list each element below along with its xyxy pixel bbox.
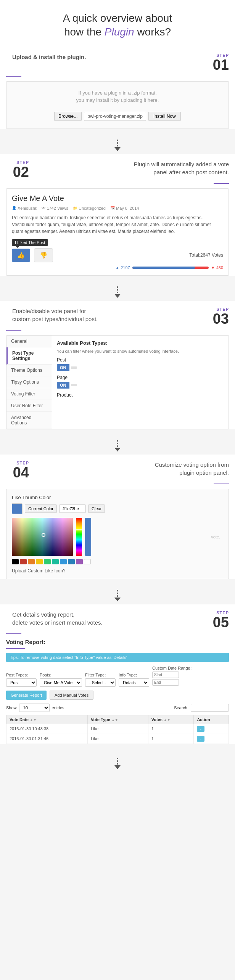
post-type-row-page: Page ON (57, 375, 224, 389)
show-entries-row: Show 10 25 entries Search: (6, 704, 229, 712)
info-type-select[interactable]: Details (119, 678, 149, 687)
step-02-number: STEP 02 (6, 160, 29, 179)
report-table: Vote Date ▲▼ Vote Type ▲▼ Votes ▲▼ Actio… (6, 715, 229, 744)
demo-post-content: Pellentesque habitant morbi tristique se… (12, 214, 223, 235)
step-05-content: Voting Report: Tips: To remove voting da… (6, 639, 229, 744)
browse-button[interactable]: Browse... (54, 112, 82, 121)
step-02-demo: Give Me A Vote 👤Xenioushk 👁1742 Views 📁U… (6, 188, 229, 276)
add-manual-votes-button[interactable]: Add Manual Votes (50, 691, 93, 700)
filter-col-post-types: Post Types: Post (6, 673, 37, 687)
step-04-header: STEP 04 Customize voting option from plu… (0, 455, 235, 484)
palette-purple[interactable] (76, 559, 83, 564)
table-row: 2016-01-30 01:31:46 Like 1 - (6, 734, 229, 744)
page-wrapper: A quick overview about how the Plugin wo… (0, 0, 235, 775)
step-01-upload-row: Browse... bwl-pro-voting-manager.zip Ins… (14, 112, 221, 121)
settings-sidebar: General Post Type Settings Theme Options… (6, 336, 52, 429)
col-vote-type[interactable]: Vote Type ▲▼ (87, 715, 148, 724)
date-start-input[interactable] (152, 672, 179, 678)
delete-row-2-button[interactable]: - (197, 736, 204, 742)
post-types-select[interactable]: Post (6, 678, 37, 687)
sidebar-item-post-type[interactable]: Post Type Settings (6, 347, 52, 365)
step-04-number: STEP 04 (6, 461, 29, 480)
settings-main-title: Available Post Types: (57, 340, 224, 346)
info-banner: Tips: To remove voting data select "Info… (6, 653, 229, 662)
palette-teal[interactable] (52, 559, 59, 564)
filter-col-posts: Posts: Give Me A Vote (40, 673, 82, 687)
date-end-input[interactable] (152, 679, 179, 686)
arrow-1 (0, 137, 235, 154)
sidebar-item-voting[interactable]: Voting Filter (6, 388, 52, 400)
entries-select[interactable]: 10 25 (19, 704, 50, 712)
palette-orange[interactable] (28, 559, 35, 564)
table-row: 2016-01-30 10:48:38 Like 1 - (6, 724, 229, 734)
step-05-number: STEP 05 (206, 610, 229, 630)
settings-main-hint: You can filter where you want to show au… (57, 349, 224, 353)
header-section: A quick overview about how the Plugin wo… (0, 0, 235, 47)
palette-green[interactable] (44, 559, 51, 564)
vote-bar (132, 267, 209, 269)
voting-report-title: Voting Report: (6, 639, 229, 645)
filter-type-select[interactable]: - Select - (85, 678, 116, 687)
sidebar-item-advanced[interactable]: Advanced Options (6, 412, 52, 429)
palette-blue[interactable] (60, 559, 67, 564)
report-title-underline (6, 648, 25, 649)
step-01-description: Upload & install the plugin. (6, 53, 206, 61)
palette-darkblue[interactable] (68, 559, 75, 564)
like-button[interactable]: 👍 (12, 249, 30, 262)
vote-buttons-row: 👍 👎 Total:2647 Votes (12, 248, 223, 262)
arrow-5 (0, 752, 235, 775)
color-picker-row: Current Color Clear (12, 503, 223, 514)
opacity-slider[interactable] (85, 518, 91, 556)
posts-select[interactable]: Give Me A Vote (40, 678, 82, 687)
toggle-page-on[interactable]: ON (57, 382, 69, 389)
step-05-underline (6, 633, 21, 634)
step-01-number: STEP 01 (206, 53, 229, 72)
step-03-number: STEP 03 (206, 307, 229, 326)
palette-black[interactable] (12, 559, 19, 564)
palette-red[interactable] (20, 559, 27, 564)
filter-col-info-type: Info Type: Details (119, 673, 149, 687)
current-color-button[interactable]: Current Color (25, 504, 57, 513)
color-swatch (12, 503, 23, 514)
col-action: Action (194, 715, 229, 724)
sidebar-item-tipsy[interactable]: Tipsy Options (6, 376, 52, 388)
sidebar-item-general[interactable]: General (6, 336, 52, 347)
post-type-row-product: Product (57, 392, 224, 398)
post-type-row-post: Post ON (57, 357, 224, 371)
action-buttons-row: Generate Report Add Manual Votes (6, 691, 229, 700)
col-vote-date[interactable]: Vote Date ▲▼ (6, 715, 88, 724)
step-05-section: Get details voting report, delete votes … (0, 604, 235, 744)
palette-yellow[interactable] (36, 559, 43, 564)
step-02-section: STEP 02 Plugin will automatically added … (0, 154, 235, 276)
settings-main: Available Post Types: You can filter whe… (52, 336, 229, 429)
filter-row: Post Types: Post Posts: Give Me A Vote F… (6, 666, 229, 687)
step-04-demo: Like Thumb Color Current Color Clear (6, 489, 229, 579)
step-02-header: STEP 02 Plugin will automatically added … (0, 154, 235, 183)
toggle-page-off (71, 384, 77, 386)
col-votes[interactable]: Votes ▲▼ (148, 715, 194, 724)
sidebar-item-user-role[interactable]: User Role Filter (6, 400, 52, 412)
color-section-title: Like Thumb Color (12, 495, 223, 500)
generate-report-button[interactable]: Generate Report (6, 691, 47, 700)
color-slider-vertical[interactable] (76, 518, 82, 556)
like-count: ▲ 2197 (115, 265, 130, 270)
palette-white[interactable] (84, 559, 91, 564)
dislike-button[interactable]: 👎 (34, 248, 53, 262)
install-now-button[interactable]: Install Now (148, 112, 181, 121)
step-04-underline (214, 484, 229, 484)
color-hex-input[interactable] (59, 504, 86, 513)
step-03-demo: General Post Type Settings Theme Options… (6, 335, 229, 429)
color-picker-canvas[interactable] (12, 518, 73, 556)
sidebar-item-theme[interactable]: Theme Options (6, 365, 52, 376)
clear-button[interactable]: Clear (88, 504, 105, 513)
arrow-4 (0, 587, 235, 604)
toggle-post-on[interactable]: ON (57, 364, 69, 371)
step-03-section: Enable/disable vote panel for custom pos… (0, 301, 235, 429)
arrow-2 (0, 283, 235, 301)
table-search-input[interactable] (191, 704, 229, 712)
toggle-post-off (71, 366, 77, 369)
dislike-count: ▼ 450 (211, 265, 223, 270)
step-01-hint: If you have a plugin in a .zip format, y… (14, 89, 221, 104)
upload-icon-label: Upload Custom Like Icon? (12, 568, 223, 574)
delete-row-1-button[interactable]: - (197, 726, 204, 732)
